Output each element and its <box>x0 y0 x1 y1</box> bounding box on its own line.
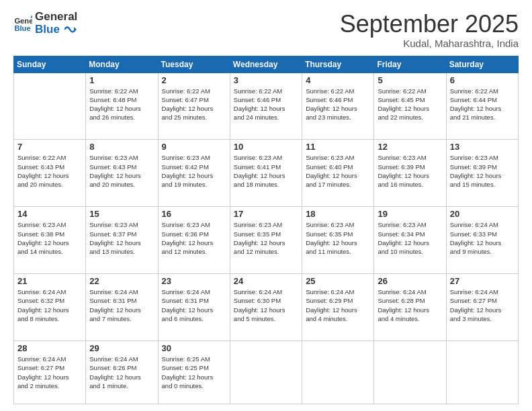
day-info: Sunrise: 6:23 AM Sunset: 6:36 PM Dayligh… <box>162 220 226 256</box>
day-info: Sunrise: 6:24 AM Sunset: 6:31 PM Dayligh… <box>89 287 154 323</box>
day-info: Sunrise: 6:22 AM Sunset: 6:48 PM Dayligh… <box>89 87 154 122</box>
day-number: 25 <box>306 276 370 286</box>
logo: General Blue General Blue <box>13 11 77 36</box>
day-info: Sunrise: 6:25 AM Sunset: 6:25 PM Dayligh… <box>162 355 226 390</box>
table-row: 14Sunrise: 6:23 AM Sunset: 6:38 PM Dayli… <box>14 207 86 274</box>
day-number: 4 <box>306 75 370 85</box>
day-number: 19 <box>378 209 442 219</box>
table-row: 10Sunrise: 6:23 AM Sunset: 6:41 PM Dayli… <box>230 140 302 207</box>
day-number: 30 <box>162 343 226 353</box>
day-number: 23 <box>162 276 226 286</box>
table-row: 5Sunrise: 6:22 AM Sunset: 6:45 PM Daylig… <box>374 73 446 140</box>
table-row: 22Sunrise: 6:24 AM Sunset: 6:31 PM Dayli… <box>86 274 158 341</box>
day-number: 15 <box>89 209 154 219</box>
table-row: 11Sunrise: 6:23 AM Sunset: 6:40 PM Dayli… <box>302 140 374 207</box>
day-info: Sunrise: 6:24 AM Sunset: 6:27 PM Dayligh… <box>17 355 82 390</box>
day-number: 29 <box>89 343 154 353</box>
day-number: 17 <box>234 209 298 219</box>
day-info: Sunrise: 6:24 AM Sunset: 6:29 PM Dayligh… <box>306 287 370 323</box>
day-info: Sunrise: 6:24 AM Sunset: 6:26 PM Dayligh… <box>89 355 154 390</box>
day-info: Sunrise: 6:24 AM Sunset: 6:27 PM Dayligh… <box>450 287 515 323</box>
table-row: 16Sunrise: 6:23 AM Sunset: 6:36 PM Dayli… <box>158 207 230 274</box>
day-info: Sunrise: 6:23 AM Sunset: 6:43 PM Dayligh… <box>89 153 154 189</box>
day-info: Sunrise: 6:23 AM Sunset: 6:41 PM Dayligh… <box>234 153 298 189</box>
table-row <box>14 73 86 140</box>
day-info: Sunrise: 6:23 AM Sunset: 6:40 PM Dayligh… <box>306 153 370 189</box>
logo-general: General <box>35 11 77 24</box>
svg-marker-3 <box>74 27 77 32</box>
day-info: Sunrise: 6:22 AM Sunset: 6:43 PM Dayligh… <box>17 153 82 189</box>
day-number: 27 <box>450 276 515 286</box>
logo-blue: Blue <box>35 24 77 36</box>
day-info: Sunrise: 6:24 AM Sunset: 6:30 PM Dayligh… <box>234 287 298 323</box>
col-friday: Friday <box>374 56 446 73</box>
table-row <box>230 340 302 404</box>
table-row: 23Sunrise: 6:24 AM Sunset: 6:31 PM Dayli… <box>158 274 230 341</box>
day-info: Sunrise: 6:24 AM Sunset: 6:31 PM Dayligh… <box>162 287 226 323</box>
calendar-header-row: Sunday Monday Tuesday Wednesday Thursday… <box>14 56 519 73</box>
day-number: 8 <box>89 142 154 152</box>
day-number: 14 <box>17 209 82 219</box>
calendar-week-row: 14Sunrise: 6:23 AM Sunset: 6:38 PM Dayli… <box>14 207 519 274</box>
table-row: 28Sunrise: 6:24 AM Sunset: 6:27 PM Dayli… <box>14 340 86 404</box>
day-number: 28 <box>17 343 82 353</box>
table-row: 2Sunrise: 6:22 AM Sunset: 6:47 PM Daylig… <box>158 73 230 140</box>
table-row: 7Sunrise: 6:22 AM Sunset: 6:43 PM Daylig… <box>14 140 86 207</box>
table-row: 21Sunrise: 6:24 AM Sunset: 6:32 PM Dayli… <box>14 274 86 341</box>
header: General Blue General Blue September 2025… <box>13 11 519 49</box>
col-sunday: Sunday <box>14 56 86 73</box>
calendar-week-row: 1Sunrise: 6:22 AM Sunset: 6:48 PM Daylig… <box>14 73 519 140</box>
table-row: 17Sunrise: 6:23 AM Sunset: 6:35 PM Dayli… <box>230 207 302 274</box>
day-number: 5 <box>378 75 442 85</box>
table-row: 26Sunrise: 6:24 AM Sunset: 6:28 PM Dayli… <box>374 274 446 341</box>
day-info: Sunrise: 6:23 AM Sunset: 6:35 PM Dayligh… <box>234 220 298 256</box>
col-tuesday: Tuesday <box>158 56 230 73</box>
table-row: 24Sunrise: 6:24 AM Sunset: 6:30 PM Dayli… <box>230 274 302 341</box>
day-info: Sunrise: 6:23 AM Sunset: 6:34 PM Dayligh… <box>378 220 442 256</box>
table-row: 30Sunrise: 6:25 AM Sunset: 6:25 PM Dayli… <box>158 340 230 404</box>
table-row: 13Sunrise: 6:23 AM Sunset: 6:39 PM Dayli… <box>446 140 518 207</box>
day-info: Sunrise: 6:23 AM Sunset: 6:38 PM Dayligh… <box>17 220 82 256</box>
day-number: 10 <box>234 142 298 152</box>
table-row: 18Sunrise: 6:23 AM Sunset: 6:35 PM Dayli… <box>302 207 374 274</box>
table-row <box>374 340 446 404</box>
day-number: 22 <box>89 276 154 286</box>
calendar-table: Sunday Monday Tuesday Wednesday Thursday… <box>13 56 519 404</box>
calendar-week-row: 28Sunrise: 6:24 AM Sunset: 6:27 PM Dayli… <box>14 340 519 404</box>
day-info: Sunrise: 6:22 AM Sunset: 6:46 PM Dayligh… <box>234 87 298 122</box>
day-info: Sunrise: 6:24 AM Sunset: 6:28 PM Dayligh… <box>378 287 442 323</box>
table-row: 12Sunrise: 6:23 AM Sunset: 6:39 PM Dayli… <box>374 140 446 207</box>
logo-icon: General Blue <box>13 14 32 33</box>
day-number: 7 <box>17 142 82 152</box>
day-info: Sunrise: 6:24 AM Sunset: 6:32 PM Dayligh… <box>17 287 82 323</box>
day-info: Sunrise: 6:23 AM Sunset: 6:39 PM Dayligh… <box>378 153 442 189</box>
title-block: September 2025 Kudal, Maharashtra, India <box>340 11 519 49</box>
day-info: Sunrise: 6:22 AM Sunset: 6:44 PM Dayligh… <box>450 87 515 122</box>
day-info: Sunrise: 6:22 AM Sunset: 6:46 PM Dayligh… <box>306 87 370 122</box>
col-thursday: Thursday <box>302 56 374 73</box>
table-row: 29Sunrise: 6:24 AM Sunset: 6:26 PM Dayli… <box>86 340 158 404</box>
table-row: 1Sunrise: 6:22 AM Sunset: 6:48 PM Daylig… <box>86 73 158 140</box>
col-saturday: Saturday <box>446 56 518 73</box>
table-row: 6Sunrise: 6:22 AM Sunset: 6:44 PM Daylig… <box>446 73 518 140</box>
day-info: Sunrise: 6:23 AM Sunset: 6:42 PM Dayligh… <box>162 153 226 189</box>
day-number: 20 <box>450 209 515 219</box>
table-row: 19Sunrise: 6:23 AM Sunset: 6:34 PM Dayli… <box>374 207 446 274</box>
table-row <box>446 340 518 404</box>
table-row <box>302 340 374 404</box>
day-info: Sunrise: 6:24 AM Sunset: 6:33 PM Dayligh… <box>450 220 515 256</box>
calendar-week-row: 21Sunrise: 6:24 AM Sunset: 6:32 PM Dayli… <box>14 274 519 341</box>
day-number: 21 <box>17 276 82 286</box>
calendar-week-row: 7Sunrise: 6:22 AM Sunset: 6:43 PM Daylig… <box>14 140 519 207</box>
day-number: 13 <box>450 142 515 152</box>
table-row: 3Sunrise: 6:22 AM Sunset: 6:46 PM Daylig… <box>230 73 302 140</box>
day-number: 24 <box>234 276 298 286</box>
table-row: 20Sunrise: 6:24 AM Sunset: 6:33 PM Dayli… <box>446 207 518 274</box>
day-number: 2 <box>162 75 226 85</box>
table-row: 8Sunrise: 6:23 AM Sunset: 6:43 PM Daylig… <box>86 140 158 207</box>
day-info: Sunrise: 6:23 AM Sunset: 6:39 PM Dayligh… <box>450 153 515 189</box>
day-info: Sunrise: 6:22 AM Sunset: 6:47 PM Dayligh… <box>162 87 226 122</box>
col-monday: Monday <box>86 56 158 73</box>
day-number: 12 <box>378 142 442 152</box>
day-info: Sunrise: 6:23 AM Sunset: 6:37 PM Dayligh… <box>89 220 154 256</box>
